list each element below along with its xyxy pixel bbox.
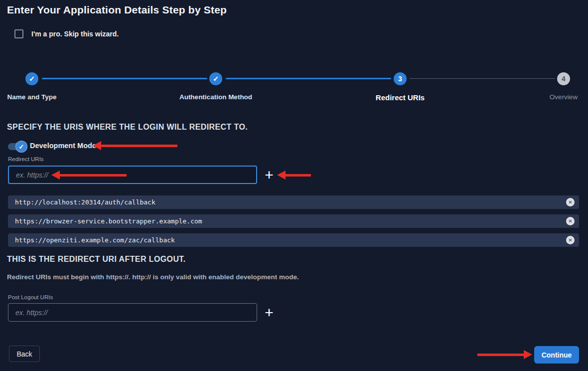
close-icon[interactable]: ✕ [566,217,575,225]
step-3-label: Redirect URIs [376,93,425,102]
step-2-label: Authentication Method [179,93,252,101]
redirect-uris-field-label: Redirect URIs [8,156,44,162]
step-4-circle: 4 [557,72,570,85]
close-icon[interactable]: ✕ [566,198,575,206]
step-4-number: 4 [562,75,566,83]
application-wizard-page: Enter Your Application Details Step by S… [0,0,588,371]
redirect-uri-text: http://localhost:20314/auth/callback [15,198,155,206]
development-mode-toggle[interactable]: ✓ [7,141,31,153]
stepper-line-2 [226,78,391,79]
check-icon: ✓ [19,143,24,151]
plus-icon: + [265,304,274,321]
redirect-uri-hint: Redirect URIs must begin with https://. … [7,273,299,281]
close-icon[interactable]: ✕ [566,236,575,244]
step-4-label: Overview [550,93,578,101]
redirect-uri-text: https://openziti.example.com/zac/callbac… [15,236,175,244]
plus-icon: + [265,167,274,183]
post-logout-field-label: Post Logout URIs [8,294,53,300]
logout-section-heading: THIS IS THE REDIRECT URI AFTER LOGOUT. [7,255,186,264]
add-redirect-uri-button[interactable]: + [263,168,276,183]
redirect-section-heading: SPECIFY THE URIS WHERE THE LOGIN WILL RE… [7,123,248,132]
toggle-thumb: ✓ [15,141,27,153]
development-mode-label: Development Mode [30,142,96,150]
step-3-number: 3 [398,75,402,83]
step-1-label: Name and Type [7,93,57,101]
step-3-circle: 3 [394,72,407,85]
skip-wizard-row: I'm a pro. Skip this wizard. [14,29,119,38]
check-icon: ✓ [29,75,35,83]
redirect-uri-input[interactable] [8,166,257,184]
stepper-line-1 [42,78,207,79]
back-button[interactable]: Back [9,346,40,362]
step-1-circle: ✓ [25,72,38,85]
stepper-line-3 [410,78,555,79]
annotation-arrow-add-button [277,171,311,180]
annotation-arrow-continue [477,350,532,359]
step-2-circle: ✓ [209,72,222,85]
add-post-logout-uri-button[interactable]: + [263,305,276,320]
annotation-arrow-dev-mode [93,141,177,150]
continue-button[interactable]: Continue [534,346,579,364]
check-icon: ✓ [213,75,219,83]
post-logout-uri-input[interactable] [8,303,257,322]
page-title: Enter Your Application Details Step by S… [7,4,227,16]
skip-wizard-checkbox[interactable] [14,29,23,38]
redirect-uri-chip: https://browzer-service.bootstrapper.exa… [8,214,579,228]
redirect-uri-chip: https://openziti.example.com/zac/callbac… [8,233,579,247]
redirect-uri-chip: http://localhost:20314/auth/callback ✕ [8,195,579,209]
skip-wizard-label: I'm a pro. Skip this wizard. [31,30,119,38]
redirect-uri-text: https://browzer-service.bootstrapper.exa… [15,217,202,225]
